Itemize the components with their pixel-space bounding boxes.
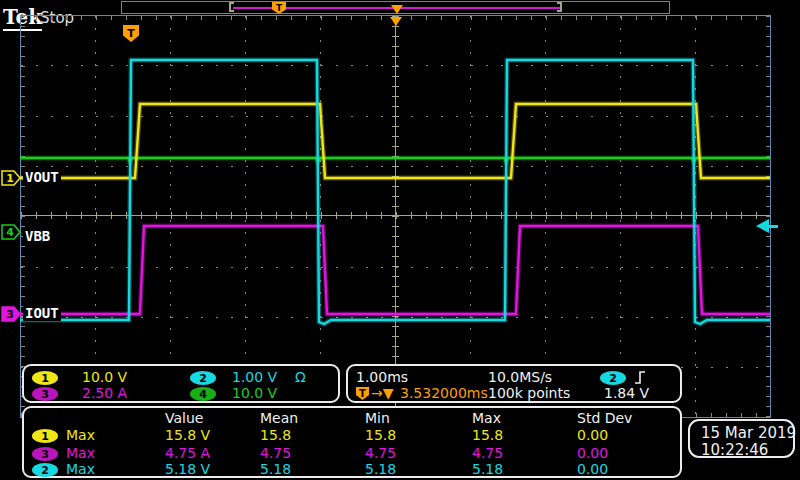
meas-stddev: 0.00: [577, 446, 608, 461]
ch1-position-marker[interactable]: 1: [2, 171, 20, 185]
record-view[interactable]: T: [121, 1, 670, 14]
trigger-delay-readout[interactable]: 3.532000ms: [400, 386, 488, 401]
meas-name: Max: [66, 428, 95, 443]
rising-edge-slope-icon: [634, 370, 646, 385]
ch4-badge[interactable]: 4: [190, 387, 216, 401]
meas-value: 15.8 V: [165, 428, 210, 443]
meas-header-mean: Mean: [260, 411, 298, 426]
meas-max: 15.8: [472, 428, 503, 443]
meas-name: Max: [66, 446, 95, 461]
center-horizontal-axis: [21, 215, 770, 216]
horizontal-trigger-readout-box: 1.00ms 10.0MS/s 2 T →▼ 3.532000ms 100k p…: [346, 364, 682, 403]
meas-ch-badge: 2: [32, 463, 58, 477]
date-display: 15 Mar 2019: [701, 424, 796, 442]
ch4-position-marker[interactable]: 4: [2, 225, 20, 239]
ch3-scale[interactable]: 2.50 A: [82, 386, 127, 401]
meas-header-value: Value: [165, 411, 203, 426]
trigger-delay-arrow: →▼: [371, 386, 394, 401]
meas-max: 4.75: [472, 446, 503, 461]
meas-min: 15.8: [365, 428, 396, 443]
timebase-readout[interactable]: 1.00ms: [356, 370, 408, 385]
trigger-delay-icon: T: [356, 387, 369, 400]
time-display: 10:22:46: [701, 441, 768, 459]
ch4-reference-label: VBB: [23, 229, 52, 244]
svg-text:3: 3: [6, 308, 14, 321]
ch2-impedance: Ω: [295, 370, 306, 385]
svg-text:1: 1: [6, 172, 14, 185]
edge-ticks: [21, 16, 25, 417]
graticule: T: [20, 15, 771, 418]
meas-value: 4.75 A: [165, 446, 210, 461]
record-length-readout: 100k points: [488, 386, 570, 401]
meas-ch-badge: 1: [32, 429, 58, 443]
svg-text:4: 4: [6, 226, 14, 239]
meas-max: 5.18: [472, 462, 503, 477]
meas-stddev: 0.00: [577, 428, 608, 443]
channel-readout-box: 1 10.0 V 2 1.00 V Ω 3 2.50 A 4 10.0 V: [22, 364, 340, 403]
meas-value: 5.18 V: [165, 462, 210, 477]
meas-min: 4.75: [365, 446, 396, 461]
trigger-level-readout[interactable]: 1.84 V: [604, 386, 649, 401]
oscilloscope-screen: Tek Stop T T: [0, 0, 800, 480]
meas-name: Max: [66, 462, 95, 477]
meas-mean: 5.18: [260, 462, 291, 477]
trigger-point-flag: T: [123, 25, 139, 42]
ch1-scale[interactable]: 10.0 V: [82, 370, 127, 385]
meas-header-stddev: Std Dev: [577, 411, 632, 426]
meas-stddev: 0.00: [577, 462, 608, 477]
meas-mean: 4.75: [260, 446, 291, 461]
trigger-source-badge[interactable]: 2: [600, 371, 626, 385]
ch3-position-marker[interactable]: 3: [2, 307, 20, 321]
ch3-reference-label: IOUT: [23, 306, 61, 321]
ch2-badge[interactable]: 2: [190, 371, 216, 385]
measurements-box: Value Mean Min Max Std Dev 1 Max 15.8 V …: [22, 406, 682, 478]
datetime-box: 15 Mar 2019 10:22:46: [688, 419, 795, 458]
window-bracket-left[interactable]: [229, 2, 234, 12]
ch4-scale[interactable]: 10.0 V: [232, 386, 277, 401]
meas-header-max: Max: [472, 411, 501, 426]
ch1-reference-label: VOUT: [23, 170, 61, 185]
expansion-point-icon: [390, 17, 402, 26]
window-bracket-right[interactable]: [557, 2, 562, 12]
meas-header-min: Min: [365, 411, 390, 426]
meas-min: 5.18: [365, 462, 396, 477]
edge-ticks: [766, 16, 770, 417]
ch3-badge[interactable]: 3: [32, 387, 58, 401]
trigger-position-icon: T: [272, 2, 286, 14]
meas-ch-badge: 3: [32, 447, 58, 461]
expansion-point-icon: [391, 5, 403, 14]
ch2-scale[interactable]: 1.00 V: [232, 370, 277, 385]
sample-rate-readout: 10.0MS/s: [488, 370, 552, 385]
meas-mean: 15.8: [260, 428, 291, 443]
ch1-badge[interactable]: 1: [32, 371, 58, 385]
